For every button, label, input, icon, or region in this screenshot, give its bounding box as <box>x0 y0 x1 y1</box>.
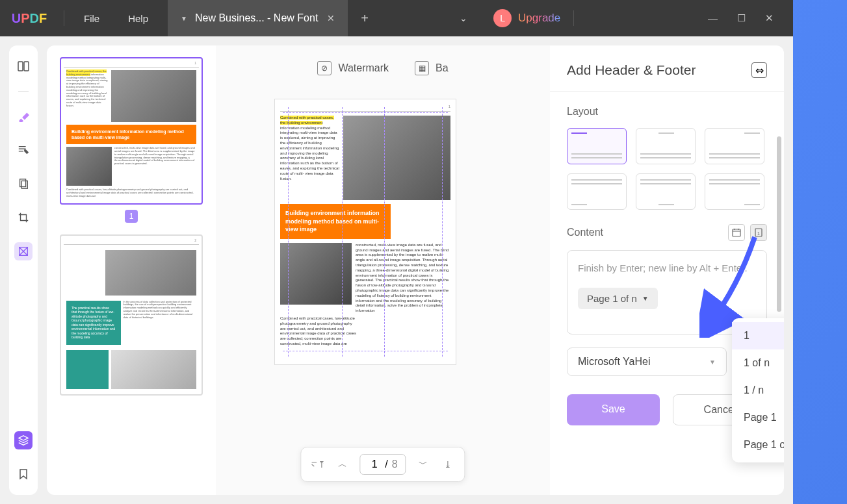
thumbnail-page-1[interactable]: 1 Combined with practical cases, the bui… <box>60 57 203 205</box>
font-name: Microsoft YaHei <box>578 356 650 368</box>
watermark-icon: ⊘ <box>317 61 332 75</box>
svg-rect-1 <box>24 62 29 71</box>
tab-title: New Busines... - New Font <box>195 12 318 24</box>
maximize-icon[interactable]: ☐ <box>737 12 746 24</box>
next-page-icon[interactable]: ﹀ <box>415 457 431 472</box>
date-icon[interactable] <box>728 224 745 241</box>
panel-title: Add Header & Footer <box>567 62 696 78</box>
left-toolbar <box>9 45 38 495</box>
dropdown-option-1-slash-n[interactable]: 1 / n <box>732 377 784 404</box>
page-total: 8 <box>392 459 398 470</box>
prev-page-icon[interactable]: ︿ <box>335 457 350 472</box>
tab-dropdown-icon[interactable]: ▼ <box>181 15 187 22</box>
bookmark-tool-icon[interactable] <box>14 465 33 483</box>
page-navigator: ⤒ ︿ / 8 ﹀ ⤓ <box>300 447 465 482</box>
tab-close-icon[interactable]: ✕ <box>327 13 335 23</box>
last-page-icon[interactable]: ⤓ <box>440 457 456 472</box>
titlebar: UPDF File Help ▼ New Busines... - New Fo… <box>0 0 793 36</box>
divider <box>18 91 29 92</box>
dropdown-option-page-1[interactable]: Page 1 <box>732 404 784 431</box>
avatar[interactable]: L <box>493 9 512 27</box>
background-tab[interactable]: ▦ Ba <box>415 61 449 75</box>
fit-page-icon[interactable]: ⇔ <box>751 62 767 78</box>
chevron-down-icon: ▼ <box>642 295 649 302</box>
page-input-wrap: / 8 <box>359 454 406 475</box>
edit-tool-icon[interactable] <box>14 141 33 159</box>
tabs-overflow-icon[interactable]: ⌄ <box>460 13 467 23</box>
watermark-tool-icon[interactable] <box>14 242 33 260</box>
page-sep: / <box>385 459 387 470</box>
document-preview[interactable]: 1 Combined with practical cases, the bui… <box>274 99 456 365</box>
crop-tool-icon[interactable] <box>14 208 33 227</box>
reader-tool-icon[interactable] <box>14 57 33 75</box>
svg-rect-0 <box>18 62 23 71</box>
page-format-icon[interactable]: 1 <box>750 224 767 241</box>
dropdown-option-page-1-of-n[interactable]: Page 1 of n <box>732 431 784 459</box>
watermark-tab[interactable]: ⊘ Watermark <box>317 61 389 75</box>
background-icon: ▦ <box>415 61 429 75</box>
layout-top-right[interactable] <box>705 128 764 164</box>
upgrade-link[interactable]: Upgrade <box>518 12 560 25</box>
layers-tool-icon[interactable] <box>14 431 33 449</box>
svg-text:1: 1 <box>757 231 760 236</box>
content-label: Content <box>567 227 603 238</box>
minimize-icon[interactable]: — <box>708 12 718 24</box>
dropdown-option-1-of-n[interactable]: 1 of n <box>732 349 784 377</box>
divider <box>64 10 64 26</box>
close-icon[interactable]: ✕ <box>765 12 774 24</box>
layout-top-center[interactable] <box>636 128 696 164</box>
font-select[interactable]: Microsoft YaHei ▼ <box>567 347 727 376</box>
page-chip-label: Page 1 of n <box>587 293 637 304</box>
layout-bottom-right[interactable] <box>705 173 764 210</box>
svg-rect-3 <box>21 181 27 189</box>
divider <box>573 10 574 26</box>
header-footer-panel: Add Header & Footer ⇔ Layout <box>550 45 784 495</box>
layout-label: Layout <box>567 106 767 118</box>
dropdown-option-1[interactable]: 1 <box>732 322 784 349</box>
document-tab[interactable]: ▼ New Busines... - New Font ✕ <box>168 0 348 36</box>
first-page-icon[interactable]: ⤒ <box>310 457 326 472</box>
add-tab-icon[interactable]: + <box>361 11 369 26</box>
layout-top-left[interactable] <box>567 128 627 164</box>
layout-bottom-center[interactable] <box>636 173 696 210</box>
content-placeholder: Finish by Enter; new line by Alt + Enter… <box>578 261 756 276</box>
svg-rect-2 <box>20 179 26 187</box>
menu-file[interactable]: File <box>70 13 114 24</box>
svg-rect-5 <box>733 229 740 236</box>
thumbnail-page-2[interactable]: 2 The practical results show that throug… <box>60 234 203 396</box>
upgrade-area[interactable]: L Upgrade <box>493 9 560 27</box>
app-logo[interactable]: UPDF <box>0 11 59 26</box>
page-input[interactable] <box>368 459 381 470</box>
pages-tool-icon[interactable] <box>14 175 33 193</box>
watermark-label: Watermark <box>338 62 389 74</box>
thumb-callout: Building environment information modelin… <box>66 125 196 144</box>
document-canvas: ⊘ Watermark ▦ Ba 1 <box>216 45 550 495</box>
layout-bottom-left[interactable] <box>567 173 627 210</box>
page-badge: 1 <box>125 210 138 223</box>
menu-help[interactable]: Help <box>114 13 163 24</box>
thumbnail-panel: 1 Combined with practical cases, the bui… <box>47 45 216 495</box>
scrollbar[interactable] <box>777 136 781 312</box>
save-button[interactable]: Save <box>567 394 660 425</box>
page-format-dropdown: 1 1 of n 1 / n Page 1 Page 1 of n <box>732 318 784 462</box>
background-label: Ba <box>436 62 449 74</box>
highlight-tool-icon[interactable] <box>14 107 33 125</box>
page-format-chip[interactable]: Page 1 of n ▼ <box>578 288 658 309</box>
chevron-down-icon: ▼ <box>709 359 716 366</box>
